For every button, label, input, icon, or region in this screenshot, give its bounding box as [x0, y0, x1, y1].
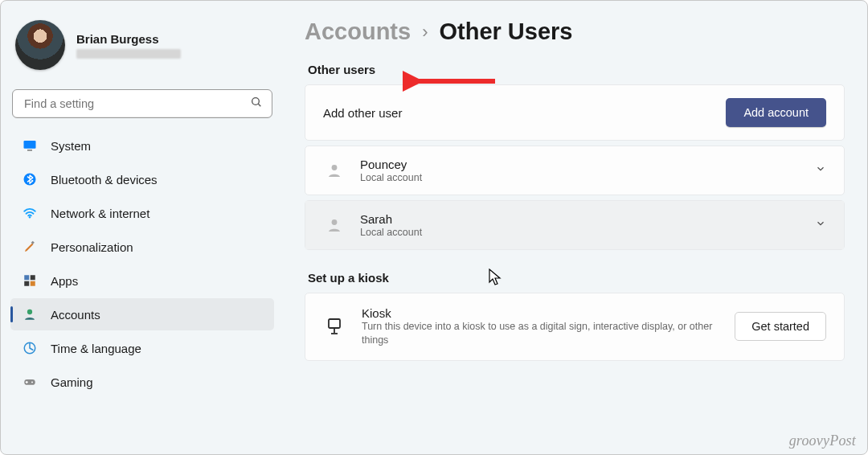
user-row-sarah[interactable]: Sarah Local account	[305, 200, 845, 250]
svg-point-5	[29, 216, 31, 218]
person-icon	[323, 214, 346, 236]
person-icon	[323, 159, 346, 182]
chevron-down-icon	[815, 163, 826, 178]
svg-point-16	[332, 219, 338, 225]
nav-label: Time & language	[51, 342, 141, 355]
svg-point-0	[252, 98, 260, 105]
svg-rect-2	[24, 141, 36, 149]
other-users-heading: Other users	[308, 63, 845, 76]
sidebar-item-accounts[interactable]: Accounts	[10, 298, 274, 330]
search-icon[interactable]	[250, 96, 263, 112]
bluetooth-icon	[22, 171, 38, 187]
sidebar: Brian Burgess System Bluetooth & devi	[1, 1, 284, 454]
svg-line-1	[258, 104, 260, 106]
svg-rect-8	[31, 275, 35, 280]
settings-window: Brian Burgess System Bluetooth & devi	[0, 0, 868, 455]
svg-rect-3	[27, 150, 32, 150]
kiosk-icon	[323, 315, 346, 338]
apps-icon	[22, 273, 38, 289]
kiosk-text: Kiosk Turn this device into a kiosk to u…	[362, 306, 719, 347]
nav-label: Bluetooth & devices	[51, 173, 158, 187]
person-icon	[22, 306, 38, 322]
user-subtitle: Local account	[360, 172, 800, 183]
profile-text: Brian Burgess	[76, 32, 181, 59]
kiosk-section: Set up a kiosk Kiosk Turn this device in…	[305, 271, 845, 361]
nav-label: Apps	[51, 274, 78, 288]
svg-point-14	[31, 381, 33, 383]
nav-label: Gaming	[51, 375, 93, 389]
globe-clock-icon	[22, 340, 38, 356]
nav-label: Network & internet	[51, 207, 149, 220]
kiosk-heading: Set up a kiosk	[308, 271, 845, 285]
svg-point-11	[27, 309, 32, 314]
svg-rect-9	[24, 281, 29, 286]
kiosk-card: Kiosk Turn this device into a kiosk to u…	[305, 293, 845, 361]
svg-rect-17	[329, 319, 340, 328]
sidebar-item-gaming[interactable]: Gaming	[10, 366, 274, 398]
svg-point-15	[332, 165, 338, 170]
sidebar-item-personalization[interactable]: Personalization	[10, 231, 274, 263]
sidebar-item-time-language[interactable]: Time & language	[10, 332, 274, 364]
sidebar-item-apps[interactable]: Apps	[10, 264, 274, 297]
sidebar-item-system[interactable]: System	[10, 129, 274, 162]
chevron-right-icon: ›	[422, 22, 428, 43]
wifi-icon	[22, 205, 38, 221]
nav-list: System Bluetooth & devices Network & int…	[10, 129, 274, 398]
search-container	[12, 89, 272, 118]
user-name: Sarah	[360, 212, 800, 226]
svg-rect-7	[24, 275, 29, 280]
user-subtitle: Local account	[360, 227, 800, 238]
svg-rect-6	[31, 241, 35, 244]
profile-name: Brian Burgess	[76, 32, 181, 46]
add-account-button[interactable]: Add account	[726, 98, 826, 127]
chevron-down-icon	[815, 218, 826, 232]
system-icon	[22, 137, 38, 154]
gamepad-icon	[22, 374, 38, 390]
avatar[interactable]	[15, 20, 65, 70]
breadcrumb-parent[interactable]: Accounts	[305, 18, 411, 45]
get-started-button[interactable]: Get started	[735, 312, 826, 341]
paintbrush-icon	[22, 239, 38, 255]
user-text: Pouncey Local account	[360, 158, 800, 183]
user-name: Pouncey	[360, 158, 800, 171]
user-row-pouncey[interactable]: Pouncey Local account	[305, 146, 845, 195]
sidebar-item-network[interactable]: Network & internet	[10, 197, 274, 229]
watermark: groovyPost	[789, 432, 856, 449]
breadcrumb-current: Other Users	[439, 18, 572, 45]
profile-email-redacted	[76, 49, 181, 59]
nav-label: Personalization	[51, 240, 133, 254]
nav-label: Accounts	[51, 308, 100, 322]
user-text: Sarah Local account	[360, 212, 800, 238]
add-other-user-card: Add other user Add account	[305, 84, 845, 141]
breadcrumb: Accounts › Other Users	[305, 18, 845, 45]
search-input[interactable]	[12, 89, 272, 118]
main-content: Accounts › Other Users Other users Add o…	[284, 1, 867, 454]
nav-label: System	[51, 139, 91, 153]
profile-block[interactable]: Brian Burgess	[10, 12, 274, 84]
kiosk-desc: Turn this device into a kiosk to use as …	[362, 320, 719, 347]
svg-rect-10	[31, 281, 35, 286]
kiosk-title: Kiosk	[362, 306, 719, 320]
add-other-user-label: Add other user	[323, 106, 711, 120]
sidebar-item-bluetooth[interactable]: Bluetooth & devices	[10, 163, 274, 195]
